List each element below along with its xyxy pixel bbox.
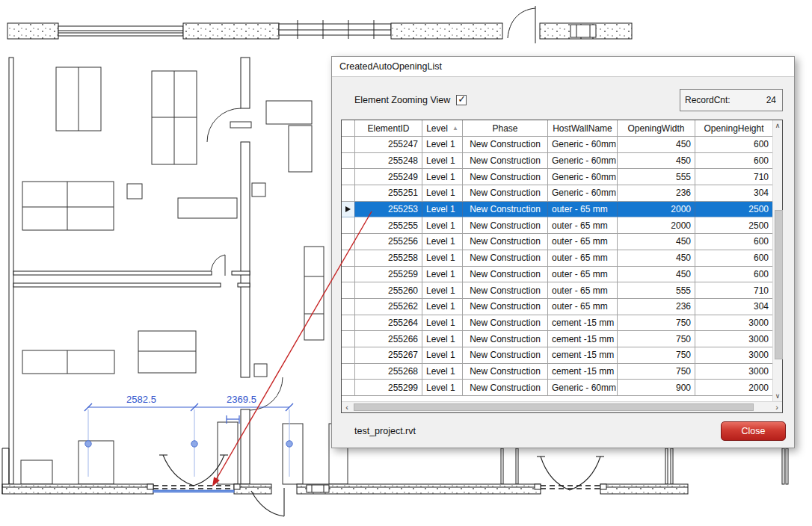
cell-opening_height[interactable]: 710 — [695, 282, 772, 299]
row-selector-cell[interactable] — [342, 185, 355, 202]
row-selector-cell[interactable] — [342, 282, 355, 299]
cell-element_id[interactable]: 255260 — [355, 282, 422, 299]
row-selector-header[interactable] — [342, 120, 355, 137]
cell-phase[interactable]: New Construction — [463, 250, 548, 267]
cell-element_id[interactable]: 255253 — [355, 202, 422, 218]
cell-host_wall_name[interactable]: outer - 65 mm — [548, 299, 618, 315]
cell-host_wall_name[interactable]: cement -15 mm — [548, 331, 618, 347]
scroll-right-icon[interactable]: › — [772, 402, 782, 412]
row-selector-cell[interactable] — [342, 347, 355, 364]
cell-level[interactable]: Level 1 — [422, 169, 463, 185]
scroll-left-icon[interactable]: ‹ — [342, 402, 352, 412]
cell-opening_height[interactable]: 2500 — [695, 202, 772, 218]
cell-opening_width[interactable]: 236 — [618, 299, 695, 315]
cell-host_wall_name[interactable]: outer - 65 mm — [548, 267, 618, 283]
cell-phase[interactable]: New Construction — [463, 364, 548, 380]
cell-level[interactable]: Level 1 — [422, 315, 463, 332]
column-header-hostwallname[interactable]: HostWallName — [548, 120, 618, 137]
cell-level[interactable]: Level 1 — [422, 217, 463, 234]
row-selector-cell[interactable] — [342, 364, 355, 380]
row-selector-cell[interactable] — [342, 250, 355, 267]
cell-opening_height[interactable]: 2500 — [695, 217, 772, 234]
cell-element_id[interactable]: 255248 — [355, 153, 422, 170]
cell-opening_height[interactable]: 3000 — [695, 331, 772, 347]
cell-phase[interactable]: New Construction — [463, 234, 548, 250]
table-row[interactable]: 255267Level 1New Constructioncement -15 … — [342, 347, 772, 364]
element-zooming-view-checkbox[interactable] — [456, 95, 467, 105]
row-selector-cell[interactable] — [342, 267, 355, 283]
cell-opening_width[interactable]: 750 — [618, 315, 695, 332]
cell-host_wall_name[interactable]: Generic - 60mm — [548, 153, 618, 170]
table-row[interactable]: 255256Level 1New Constructionouter - 65 … — [342, 234, 772, 250]
cell-phase[interactable]: New Construction — [463, 169, 548, 185]
cell-element_id[interactable]: 255266 — [355, 331, 422, 347]
cell-opening_width[interactable]: 450 — [618, 267, 695, 283]
cell-host_wall_name[interactable]: Generic - 60mm — [548, 380, 618, 396]
cell-opening_height[interactable]: 600 — [695, 234, 772, 250]
cell-level[interactable]: Level 1 — [422, 347, 463, 364]
scroll-up-icon[interactable]: ∧ — [773, 120, 782, 131]
cell-phase[interactable]: New Construction — [463, 331, 548, 347]
cell-element_id[interactable]: 255259 — [355, 267, 422, 283]
cell-opening_width[interactable]: 450 — [618, 137, 695, 153]
table-row[interactable]: 255299Level 1New ConstructionGeneric - 6… — [342, 380, 772, 396]
table-row[interactable]: 255249Level 1New ConstructionGeneric - 6… — [342, 169, 772, 185]
cell-opening_height[interactable]: 304 — [695, 185, 772, 202]
cell-element_id[interactable]: 255258 — [355, 250, 422, 267]
cell-opening_height[interactable]: 600 — [695, 250, 772, 267]
cell-element_id[interactable]: 255247 — [355, 137, 422, 153]
cell-phase[interactable]: New Construction — [463, 267, 548, 283]
cell-phase[interactable]: New Construction — [463, 217, 548, 234]
cell-host_wall_name[interactable]: Generic - 60mm — [548, 137, 618, 153]
cell-element_id[interactable]: 255255 — [355, 217, 422, 234]
cell-phase[interactable]: New Construction — [463, 347, 548, 364]
cell-host_wall_name[interactable]: Generic - 60mm — [548, 185, 618, 202]
cell-host_wall_name[interactable]: cement -15 mm — [548, 347, 618, 364]
row-selector-cell[interactable] — [342, 315, 355, 332]
cell-host_wall_name[interactable]: outer - 65 mm — [548, 250, 618, 267]
cell-element_id[interactable]: 255267 — [355, 347, 422, 364]
cell-opening_width[interactable]: 555 — [618, 169, 695, 185]
cell-opening_height[interactable]: 3000 — [695, 347, 772, 364]
row-selector-cell[interactable] — [342, 299, 355, 315]
cell-opening_height[interactable]: 3000 — [695, 315, 772, 332]
cell-element_id[interactable]: 255264 — [355, 315, 422, 332]
row-selector-cell[interactable] — [342, 137, 355, 153]
cell-opening_width[interactable]: 2000 — [618, 202, 695, 218]
row-selector-cell[interactable] — [342, 331, 355, 347]
cell-element_id[interactable]: 255251 — [355, 185, 422, 202]
cell-level[interactable]: Level 1 — [422, 185, 463, 202]
row-selector-cell[interactable] — [342, 234, 355, 250]
cell-opening_width[interactable]: 450 — [618, 153, 695, 170]
table-row[interactable]: 255260Level 1New Constructionouter - 65 … — [342, 282, 772, 299]
row-selector-cell[interactable] — [342, 153, 355, 170]
column-header-level[interactable]: Level ▲ — [422, 120, 463, 137]
row-selector-cell[interactable] — [342, 169, 355, 185]
cell-host_wall_name[interactable]: outer - 65 mm — [548, 234, 618, 250]
cell-element_id[interactable]: 255268 — [355, 364, 422, 380]
cell-level[interactable]: Level 1 — [422, 282, 463, 299]
cell-phase[interactable]: New Construction — [463, 153, 548, 170]
cell-opening_height[interactable]: 600 — [695, 267, 772, 283]
cell-opening_height[interactable]: 3000 — [695, 364, 772, 380]
cell-level[interactable]: Level 1 — [422, 202, 463, 218]
vertical-scrollbar[interactable]: ∧ ∨ — [772, 120, 782, 401]
dialog-titlebar[interactable]: CreatedAutoOpeningList — [332, 57, 794, 77]
column-header-phase[interactable]: Phase — [463, 120, 548, 137]
cell-element_id[interactable]: 255299 — [355, 380, 422, 396]
cell-phase[interactable]: New Construction — [463, 185, 548, 202]
cell-level[interactable]: Level 1 — [422, 364, 463, 380]
cell-host_wall_name[interactable]: Generic - 60mm — [548, 169, 618, 185]
cell-opening_width[interactable]: 450 — [618, 250, 695, 267]
cell-level[interactable]: Level 1 — [422, 380, 463, 396]
cell-opening_width[interactable]: 750 — [618, 331, 695, 347]
cell-phase[interactable]: New Construction — [463, 202, 548, 218]
cell-level[interactable]: Level 1 — [422, 234, 463, 250]
cell-opening_width[interactable]: 900 — [618, 380, 695, 396]
cell-phase[interactable]: New Construction — [463, 380, 548, 396]
cell-opening_height[interactable]: 600 — [695, 153, 772, 170]
cell-host_wall_name[interactable]: outer - 65 mm — [548, 217, 618, 234]
table-row[interactable]: 255251Level 1New ConstructionGeneric - 6… — [342, 185, 772, 202]
cell-level[interactable]: Level 1 — [422, 331, 463, 347]
table-row-selected[interactable]: 255253Level 1New Constructionouter - 65 … — [342, 202, 772, 218]
